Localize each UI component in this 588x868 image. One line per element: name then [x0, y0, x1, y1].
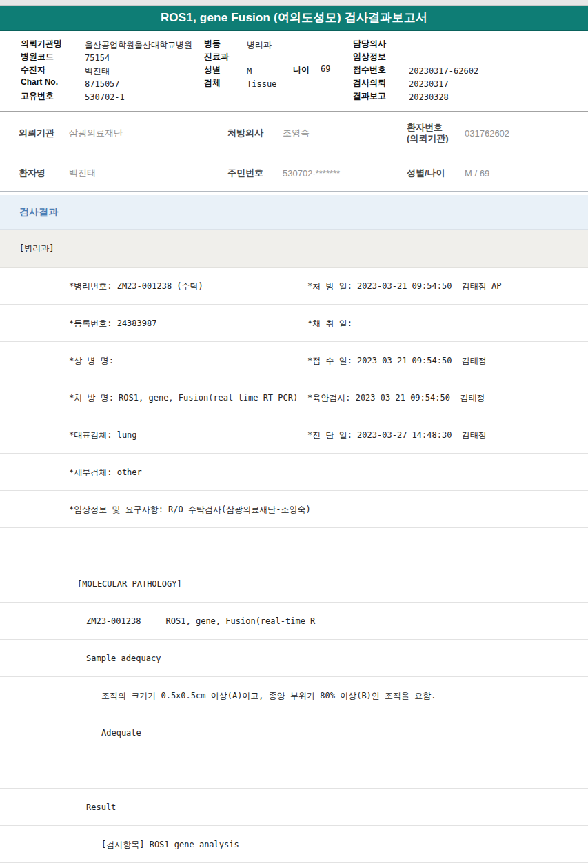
- report-row: ZM23-001238 ROS1, gene, Fusion(real-time…: [0, 603, 588, 640]
- referral-patient-table: 의뢰기관삼광의료재단처방의사조영숙환자번호 (의뢰기관)031762602환자명…: [0, 111, 588, 192]
- report-row: *처 방 명: ROS1, gene, Fusion(real-time RT-…: [0, 379, 588, 416]
- referral-field-value: 조영숙: [283, 127, 310, 139]
- field-label: 수진자: [21, 64, 85, 76]
- order-info-column-specimen: 병동병리과진료과성별M나이69검체Tissue: [204, 38, 276, 90]
- report-row: [MOLECULAR PATHOLOGY]: [0, 565, 588, 603]
- referral-field-label: 환자번호 (의뢰기관): [407, 122, 449, 145]
- results-section-bar: 검사결과: [0, 195, 588, 230]
- report-row: 조직의 크기가 0.5x0.5cm 이상(A)이고, 종양 부위가 80% 이상…: [0, 677, 588, 714]
- field-label: Chart No.: [21, 77, 85, 87]
- referral-field-label: 의뢰기관: [19, 128, 54, 139]
- field-label: 검사의뢰: [353, 77, 409, 89]
- referral-table-row: 환자명백진태주민번호530702-*******성별/나이M / 69: [0, 154, 588, 192]
- report-cell-left: *임상정보 및 요구사항: R/O 수탁검사(삼광의료재단-조영숙): [69, 503, 311, 515]
- field-label: 나이: [293, 64, 310, 76]
- report-cell-right: *접 수 일: 2023-03-21 09:54:50 김태정: [307, 354, 487, 366]
- referral-field-label: 처방의사: [227, 128, 263, 139]
- report-cell-right: *육안검사: 2023-03-21 09:54:50 김태정: [307, 392, 485, 403]
- report-cell-left: *등록번호: 24383987: [69, 317, 156, 329]
- report-row: *세부검체: other: [0, 454, 588, 491]
- field-value: Tissue: [247, 79, 276, 89]
- order-info-row: 검체Tissue: [204, 77, 276, 90]
- field-value: 20230317-62602: [409, 66, 478, 76]
- report-cell-left: *대표검체: lung: [69, 429, 137, 441]
- report-cell-left: *상 병 명: -: [69, 354, 123, 366]
- field-value: 530702-1: [85, 92, 125, 102]
- report-cell-left: Sample adequacy: [86, 654, 161, 663]
- field-label: 접수번호: [353, 64, 409, 76]
- order-info-row: 병동병리과: [204, 38, 276, 51]
- department-label: [병리과]: [19, 243, 54, 254]
- field-value: 75154: [85, 53, 110, 63]
- field-value: 병리과: [247, 40, 272, 50]
- top-strip: [0, 0, 588, 6]
- field-label: 진료과: [204, 51, 247, 63]
- referral-field-label: 주민번호: [227, 167, 263, 178]
- order-info-row: 검사의뢰20230317: [353, 77, 478, 90]
- order-info-row: 임상정보: [353, 51, 478, 64]
- order-info-row: Chart No.8715057: [21, 77, 192, 90]
- field-value: 8715057: [85, 79, 120, 89]
- field-value: 울산공업학원울산대학교병원: [85, 40, 192, 50]
- field-label: 병원코드: [21, 51, 85, 63]
- field-label: 고유번호: [21, 90, 85, 102]
- report-cell-left: *병리번호: ZM23-001238 (수탁): [69, 280, 203, 292]
- field-label: 임상정보: [353, 51, 409, 63]
- order-info-row: 담당의사: [353, 38, 478, 51]
- report-row: *병리번호: ZM23-001238 (수탁)*처 방 일: 2023-03-2…: [0, 268, 588, 305]
- report-row: [0, 528, 588, 565]
- field-value: 20230317: [409, 79, 449, 89]
- order-info-column-institution: 의뢰기관명울산공업학원울산대학교병원병원코드75154수진자백진태Chart N…: [21, 38, 192, 103]
- report-page: ROS1, gene Fusion (여의도성모) 검사결과보고서 의뢰기관명울…: [0, 0, 588, 868]
- report-row: [0, 751, 588, 789]
- report-cell-right: *채 취 일:: [307, 317, 352, 329]
- report-row: *등록번호: 24383987*채 취 일:: [0, 305, 588, 342]
- report-row: *임상정보 및 요구사항: R/O 수탁검사(삼광의료재단-조영숙): [0, 491, 588, 528]
- report-body: *병리번호: ZM23-001238 (수탁)*처 방 일: 2023-03-2…: [0, 268, 588, 863]
- report-cell-right: *처 방 일: 2023-03-21 09:54:50 김태정 AP: [307, 280, 502, 292]
- field-label: 병동: [204, 38, 247, 50]
- referral-field-label: 성별/나이: [407, 167, 445, 178]
- order-info-row: 고유번호530702-1: [21, 90, 192, 103]
- report-cell-left: *처 방 명: ROS1, gene, Fusion(real-time RT-…: [69, 392, 298, 403]
- field-label: 결과보고: [353, 90, 409, 102]
- report-row: *대표검체: lung*진 단 일: 2023-03-27 14:48:30 김…: [0, 416, 588, 454]
- referral-field-label: 환자명: [19, 167, 45, 178]
- report-row: Adequate: [0, 714, 588, 751]
- order-info-panel: 의뢰기관명울산공업학원울산대학교병원병원코드75154수진자백진태Chart N…: [0, 31, 588, 111]
- referral-field-value: 삼광의료재단: [69, 127, 123, 139]
- referral-table-row: 의뢰기관삼광의료재단처방의사조영숙환자번호 (의뢰기관)031762602: [0, 111, 588, 154]
- referral-field-value: M / 69: [465, 168, 489, 178]
- report-cell-left: Result: [86, 803, 116, 812]
- order-info-column-dates: 담당의사임상정보접수번호20230317-62602검사의뢰20230317결과…: [353, 38, 478, 103]
- results-section-label: 검사결과: [19, 206, 58, 219]
- field-value: 69: [321, 64, 330, 74]
- field-value: 20230328: [409, 92, 449, 102]
- report-row: *상 병 명: -*접 수 일: 2023-03-21 09:54:50 김태정: [0, 342, 588, 379]
- field-label: 검체: [204, 77, 247, 89]
- report-row: Result: [0, 789, 588, 826]
- order-info-row: 의뢰기관명울산공업학원울산대학교병원: [21, 38, 192, 51]
- report-cell-left: *세부검체: other: [69, 466, 142, 478]
- report-cell-right: *진 단 일: 2023-03-27 14:48:30 김태정: [307, 429, 487, 441]
- report-cell-left: [검사항목] ROS1 gene analysis: [101, 838, 239, 850]
- report-row: [검사항목] ROS1 gene analysis: [0, 826, 588, 863]
- report-cell-left: 조직의 크기가 0.5x0.5cm 이상(A)이고, 종양 부위가 80% 이상…: [101, 689, 436, 701]
- field-value: M: [247, 66, 252, 76]
- order-info-row: 접수번호20230317-62602: [353, 64, 478, 77]
- department-row: [병리과]: [0, 230, 588, 268]
- order-info-row: 수진자백진태: [21, 64, 192, 77]
- report-title: ROS1, gene Fusion (여의도성모) 검사결과보고서: [161, 10, 427, 26]
- report-row: Sample adequacy: [0, 640, 588, 677]
- report-cell-left: [MOLECULAR PATHOLOGY]: [77, 579, 182, 589]
- order-info-row: 결과보고20230328: [353, 90, 478, 103]
- field-value: 백진태: [85, 66, 110, 76]
- referral-field-value: 031762602: [465, 128, 509, 139]
- report-cell-left: Adequate: [101, 728, 141, 738]
- referral-field-value: 백진태: [69, 167, 96, 179]
- field-label: 성별: [204, 64, 247, 76]
- field-label: 의뢰기관명: [21, 38, 85, 50]
- order-info-row: 성별M나이69: [204, 64, 276, 77]
- order-info-row: 병원코드75154: [21, 51, 192, 64]
- report-cell-left: ZM23-001238 ROS1, gene, Fusion(real-time…: [86, 616, 315, 626]
